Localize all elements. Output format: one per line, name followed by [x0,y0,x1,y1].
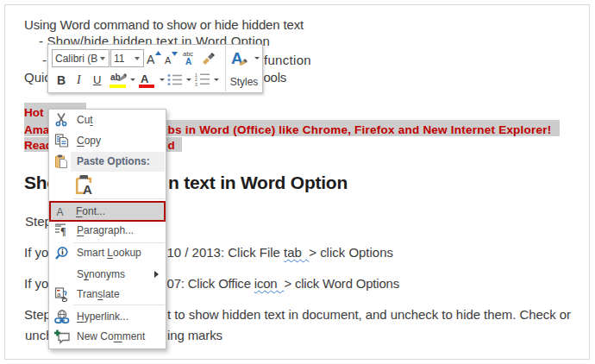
promo-line-2-tail: bs in Word (Office) like Chrome, Firefox… [168,124,552,136]
step2-tail: t to show hidden text in document, and u… [167,308,571,321]
bullets-button[interactable] [167,72,193,91]
copy-icon [54,134,69,148]
font-size-dropdown-icon[interactable] [135,57,140,60]
font-name-dropdown-icon[interactable] [100,57,105,60]
font-size-value: 11 [114,53,124,65]
smart-lookup-icon [54,245,69,260]
format-painter-icon [200,50,216,66]
translate-icon: a [54,286,69,301]
bold-button[interactable]: B [55,72,69,91]
menu-separator [73,198,165,199]
phonetic-guide-button[interactable]: abc A [181,49,198,68]
menu-item-cut[interactable]: Cut [50,110,165,130]
grow-font-button[interactable]: A [146,49,163,68]
italic-button[interactable]: I [74,72,86,91]
promo-line-3-tail: d [168,140,175,152]
menu-item-smart-lookup[interactable]: Smart Lookup [50,242,165,262]
grow-font-arrow-icon [155,51,161,56]
word-document-screenshot: Using Word command to show or hide hidde… [0,0,595,364]
toc-line-4-tail: ools [264,71,287,84]
svg-text:a: a [57,290,61,298]
if2-tail-wavy: icon [254,276,285,291]
shrink-font-arrow-icon [172,52,178,57]
context-menu: CutCopyPaste Options:AAFont...¶Paragraph… [48,109,166,349]
menu-item-hyperlink[interactable]: Hyperlink... [50,307,165,327]
font-color-button[interactable]: A [139,72,165,91]
svg-text:A: A [83,182,92,195]
bullets-icon [167,73,182,86]
paragraph-icon: ¶ [54,223,69,238]
hyperlink-icon [54,310,69,324]
font-name-value: Calibri (B [55,53,100,65]
shrink-font-button[interactable]: A [164,49,179,68]
new-comment-label: New Comment [77,330,145,342]
mini-toolbar: Calibri (B 11 A A abc A [47,44,263,93]
font-name-combo[interactable]: Calibri (B [52,49,110,67]
numbering-icon: 1 2 3 [195,72,210,86]
smart-lookup-label: Smart Lookup [77,247,141,259]
text-highlight-button[interactable]: ab [110,72,135,91]
translate-label: Translate [77,288,120,300]
copy-label: Copy [77,135,101,147]
cut-icon [54,113,69,128]
paragraph-label: Paragraph... [77,224,134,236]
promo-line-1: Hot [24,107,44,119]
styles-dropdown-icon[interactable] [254,57,260,60]
menu-item-paste-keep-text-only[interactable]: A [50,173,165,197]
menu-item-copy[interactable]: Copy [50,131,165,151]
paste-keep-text-only-icon[interactable]: A [75,174,93,198]
new-comment-icon [54,329,69,344]
mini-toolbar-row2: B I U ab A [48,72,225,91]
menu-separator [73,304,165,305]
submenu-arrow-icon [154,271,159,278]
font-color-dropdown-icon[interactable] [160,78,165,81]
if1-tail-wavy: tab [284,245,309,260]
font-icon: A [53,204,68,218]
svg-text:3: 3 [195,82,197,87]
menu-item-synonyms[interactable]: Synonyms [50,265,165,285]
font-label: Font... [76,205,105,217]
heading-tail: n text in Word Option [168,173,348,191]
menu-item-new-comment[interactable]: New Comment [50,327,165,347]
styles-label: Styles [226,76,262,88]
menu-item-font[interactable]: AFont... [49,201,166,222]
highlight-color-bar [110,85,126,88]
highlight-dropdown-icon[interactable] [130,78,135,81]
styles-brush-icon [238,56,248,66]
numbering-button[interactable]: 1 2 3 [195,72,221,91]
toc-line-3-tail: function [264,53,311,66]
synonyms-label: Synonyms [77,268,125,280]
styles-button[interactable]: A Styles [226,45,262,92]
if1-tail: 10 / 2013: Click File tab > click Option… [167,246,394,259]
numbering-dropdown-icon[interactable] [214,78,219,81]
if2-tail: 07: Click Office icon > click Word Optio… [167,277,400,290]
underline-button[interactable]: U [91,72,105,91]
menu-item-translate[interactable]: aTranslate [50,284,165,304]
font-color-bar [139,85,154,88]
toc-line-1: Using Word command to show or hide hidde… [24,18,304,31]
bullets-dropdown-icon[interactable] [186,78,191,81]
paste-options-icon [54,154,69,169]
paste-options-label: Paste Options: [77,155,150,167]
mini-toolbar-row1: Calibri (B 11 A A abc A [48,49,225,68]
cut-label: Cut [77,114,93,126]
highlight-pen-icon [116,72,127,82]
mini-toolbar-main: Calibri (B 11 A A abc A [48,45,225,92]
svg-text:¶: ¶ [60,225,66,237]
menu-item-paste-options: Paste Options: [50,152,165,172]
font-size-combo[interactable]: 11 [110,49,144,67]
hyperlink-label: Hyperlink... [77,311,128,323]
menu-item-paragraph[interactable]: ¶Paragraph... [50,221,165,241]
svg-text:A: A [57,205,64,217]
format-painter-button[interactable] [200,49,217,68]
last-tail: ing marks [167,329,222,342]
